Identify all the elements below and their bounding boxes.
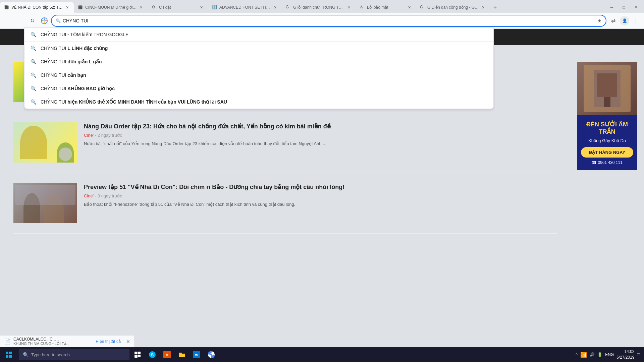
taskbar-store[interactable]: 🛍 <box>190 347 203 362</box>
svg-rect-8 <box>138 355 141 357</box>
google-favicon <box>40 17 48 25</box>
tab-2[interactable]: 🎬 CINÓ- MUUN M U thế giới PHI... ✕ <box>74 2 148 13</box>
suggestion-5-icon: 🔍 <box>30 99 37 105</box>
translate-button[interactable]: ⇄ <box>608 15 619 26</box>
tab-5-close[interactable]: ✕ <box>346 5 352 10</box>
svg-rect-5 <box>135 352 137 354</box>
tab-1[interactable]: 🎬 VỀ NHÀ ĐI CON tập 52: Tiểu TAM... ✕ <box>0 2 74 13</box>
new-tab-button[interactable]: + <box>490 2 500 13</box>
forward-button[interactable]: → <box>15 15 25 26</box>
close-button[interactable]: ✕ <box>631 2 641 13</box>
tab-6[interactable]: ⚠ Lỗi bảo mật ✕ <box>356 2 416 13</box>
tab-7[interactable]: G G Diễn đàn cộng đồng - GMAIL Trợ C... … <box>416 2 490 13</box>
taskbar-lang: ENG <box>605 352 614 357</box>
taskbar-task-view[interactable] <box>131 347 144 362</box>
tab-5[interactable]: G G lỗi đánh chữ TRONG TÔM kiếm TR... ✕ <box>282 2 356 13</box>
download-info: CACLKOMLALCC...C... KHỦNG TH NM CUNG • L… <box>13 337 69 346</box>
svg-rect-1 <box>6 352 8 354</box>
tab-5-title: G lỗi đánh chữ TRONG TÔM kiếm TR... <box>293 5 345 10</box>
tab-2-favicon: 🎬 <box>78 5 83 10</box>
suggestion-3-suffix: cần bạn <box>67 72 86 78</box>
taskbar-search-text: Type here to search <box>31 352 70 357</box>
download-subtitle: KHỦNG TH NM CUNG • LỖI Tả... <box>13 342 69 346</box>
suggestion-5[interactable]: 🔍 CHỶNG TUI hiện KHỦNG thẻ XỐC MINH DANH… <box>24 95 493 109</box>
svg-text:V: V <box>166 353 168 357</box>
article-3-source: Cine' <box>84 193 94 198</box>
tab-5-favicon: G <box>286 5 291 10</box>
svg-text:S: S <box>151 353 154 357</box>
suggestion-1[interactable]: 🔍 CHỶNG TUI L LÍNH đặc chùng <box>24 42 493 55</box>
taskbar-time-value: 14:02 <box>616 349 634 355</box>
search-top-item[interactable]: 🔍 CHỶNG TUI - TÔM kiếm TRON GOOGLE <box>24 28 493 42</box>
ad-subtitle: Không Gây Khô Da <box>581 138 633 143</box>
taskbar-volume-icon[interactable]: 🔊 <box>590 352 595 357</box>
suggestion-2-icon: 🔍 <box>30 58 37 65</box>
download-bar: 📄 CACLKOMLALCC...C... KHỦNG TH NM CUNG •… <box>0 335 134 347</box>
ad-banner: ĐÈN SƯỞI ÂM TRẦN Không Gây Khô Da ĐẶT HÀ… <box>577 62 637 170</box>
article-2-info: Nàng Dâu Order tập 23: Hứa cho bà nội ch… <box>84 122 557 163</box>
show-all-downloads[interactable]: Hiện thị tất cả <box>96 339 121 344</box>
refresh-button[interactable]: ↻ <box>27 15 38 26</box>
article-2-title[interactable]: Nàng Dâu Order tập 23: Hứa cho bà nội ch… <box>84 122 557 131</box>
download-bar-close[interactable]: ✕ <box>126 339 130 344</box>
taskbar-app-icon[interactable]: V <box>160 347 174 362</box>
address-bar[interactable]: 🔍 ★ <box>51 15 606 27</box>
tab-2-close[interactable]: ✕ <box>138 5 144 10</box>
taskbar-battery: 🔋 <box>597 352 602 357</box>
taskbar-action-center[interactable]: □ <box>637 352 640 357</box>
article-2-thumbnail <box>13 122 77 163</box>
tab-4[interactable]: 🔡 ADVANCED FONT SETTINGS - C... ✕ <box>208 2 282 13</box>
taskbar-clock: 14:02 6/27/2019 <box>616 349 634 360</box>
article-3-excerpt: Bảo thoát khỏi "Friendzone" trong tập 51… <box>84 201 557 208</box>
ad-order-button[interactable]: ĐẶT HÀNG NGAY <box>581 147 633 158</box>
taskbar-chrome[interactable] <box>205 347 218 362</box>
tab-4-close[interactable]: ✕ <box>272 5 278 10</box>
article-3-thumbnail <box>13 183 77 223</box>
taskbar-date-value: 6/27/2019 <box>616 355 634 360</box>
taskbar-search-box[interactable]: 🔍 Type here to search <box>19 349 129 360</box>
download-filename: CACLKOMLALCC...C... <box>13 337 69 342</box>
suggestion-1-icon: 🔍 <box>30 45 37 52</box>
suggestion-5-suffix: hiện KHỦNG thẻ XỐC MINH DANH TÍNH của bạ… <box>67 99 227 105</box>
suggestion-2[interactable]: 🔍 CHỶNG TUI đơn giản L gấu <box>24 55 493 68</box>
toolbar-right: ⇄ 👤 ⋮ <box>608 15 641 26</box>
sidebar-right: ĐÈN SƯỞI ÂM TRẦN Không Gây Khô Da ĐẶT HÀ… <box>570 45 644 362</box>
restore-button[interactable]: □ <box>619 2 629 13</box>
svg-rect-7 <box>135 355 138 358</box>
suggestion-4[interactable]: 🔍 CHỶNG TUI KHỦNG BAO giờ học <box>24 82 493 95</box>
suggestion-4-suffix: KHỦNG BAO giờ học <box>67 86 115 91</box>
tab-1-close[interactable]: ✕ <box>64 5 70 10</box>
suggestion-1-suffix: L LÍNH đặc chùng <box>67 46 108 51</box>
tab-3-close[interactable]: ✕ <box>199 5 204 10</box>
taskbar-files[interactable] <box>175 347 189 362</box>
suggestion-3[interactable]: 🔍 CHỶNG TUI cần bạn <box>24 68 493 82</box>
minimize-button[interactable]: ─ <box>606 2 617 13</box>
suggestion-2-suffix: đơn giản L gấu <box>67 59 102 64</box>
taskbar-notification[interactable]: ^ <box>576 352 578 357</box>
svg-rect-6 <box>138 352 141 354</box>
article-3-title[interactable]: Preview tập 51 "Về Nhà Đi Con": Đôi chim… <box>84 183 557 191</box>
ad-image <box>577 62 637 115</box>
windows-start-button[interactable] <box>1 347 16 362</box>
taskbar-skype[interactable]: S <box>146 347 159 362</box>
back-button[interactable]: ← <box>3 15 13 26</box>
tab-7-close[interactable]: ✕ <box>480 5 486 10</box>
article-2-excerpt: Nước bài "chất nối" của Yến trong Nàng D… <box>84 140 557 147</box>
tab-3[interactable]: ⚙ C I đặt ✕ <box>148 2 208 13</box>
profile-button[interactable]: 👤 <box>620 16 629 25</box>
ad-title: ĐÈN SƯỞI ÂM TRẦN <box>581 121 633 135</box>
article-2-separator: - <box>95 133 98 138</box>
address-input[interactable] <box>63 18 596 23</box>
tab-3-favicon: ⚙ <box>152 5 157 10</box>
download-file-icon: 📄 <box>4 338 11 345</box>
search-dropdown: 🔍 CHỶNG TUI - TÔM kiếm TRON GOOGLE 🔍 CHỶ… <box>24 27 494 109</box>
svg-rect-2 <box>9 352 12 354</box>
tab-6-close[interactable]: ✕ <box>407 5 412 10</box>
article-card-3: Preview tập 51 "Về Nhà Đi Con": Đôi chim… <box>13 183 557 234</box>
tab-4-favicon: 🔡 <box>212 5 217 10</box>
tab-4-title: ADVANCED FONT SETTINGS - C... <box>219 5 271 10</box>
article-card-2: Nàng Dâu Order tập 23: Hứa cho bà nội ch… <box>13 122 557 173</box>
tab-7-favicon: G <box>420 5 425 10</box>
ad-body: ĐÈN SƯỞI ÂM TRẦN Không Gây Khô Da ĐẶT HÀ… <box>577 115 637 170</box>
extensions-button[interactable]: ⋮ <box>631 15 641 26</box>
